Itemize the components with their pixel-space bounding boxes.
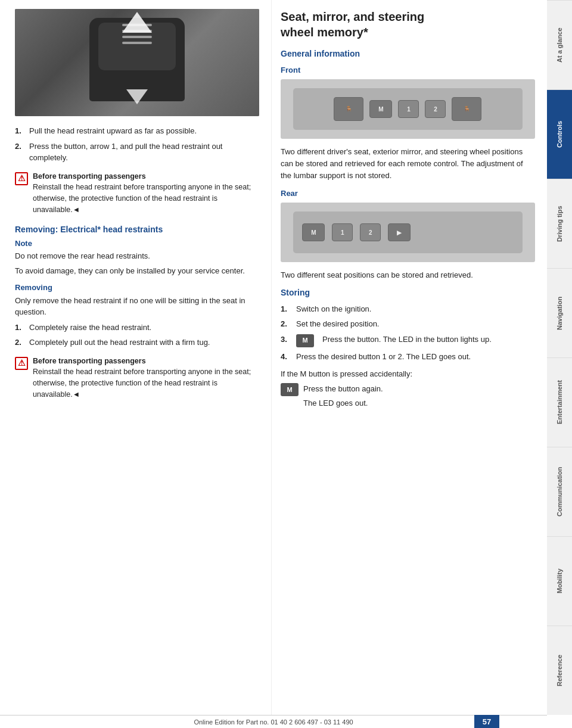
conditional-step-2: The LED goes out. [281,399,535,407]
list-item: 3. M Press the button. The LED in the bu… [281,334,535,347]
warning-icon: ⚠ [15,172,28,185]
removing-electrical-heading: Removing: Electrical* head restraints [15,225,259,234]
sidebar-item-at-a-glance[interactable]: At a glance [547,0,572,89]
warning-box-2: ⚠ Before transporting passengers Reinsta… [15,356,259,400]
list-item: 1. Pull the head restraint upward as far… [15,125,259,137]
m-badge-conditional: M [281,383,299,396]
warning-box-1: ⚠ Before transporting passengers Reinsta… [15,171,259,216]
rear-control-panel: M 1 2 ▶ [281,203,535,262]
page-number: 57 [474,715,499,728]
sidebar: At a glance Controls Driving tips Naviga… [547,0,572,715]
storing-steps-list: 1. Switch on the ignition. 2. Set the de… [281,303,535,363]
note-title: Note [15,239,259,248]
rear-heading: Rear [281,189,535,198]
right-column: Seat, mirror, and steeringwheel memory* … [271,0,547,715]
sidebar-item-communication[interactable]: Communication [547,447,572,536]
seat-icon-left: 🪑 [334,97,363,121]
front-heading: Front [281,66,535,74]
note-text-1: Do not remove the rear head restraints. [15,250,259,262]
button-2-rear: 2 [360,223,381,241]
warning-icon-2: ⚠ [15,357,28,370]
sidebar-item-controls[interactable]: Controls [547,89,572,179]
sidebar-item-entertainment[interactable]: Entertainment [547,357,572,447]
note-box: Note Do not remove the rear head restrai… [15,239,259,277]
sidebar-item-driving-tips[interactable]: Driving tips [547,179,572,268]
initial-steps: 1. Pull the head restraint upward as far… [15,125,259,164]
page-title: Seat, mirror, and steeringwheel memory* [281,9,535,40]
sidebar-item-navigation[interactable]: Navigation [547,268,572,357]
list-item: 2. Completely pull out the head restrain… [15,337,259,349]
sidebar-item-mobility[interactable]: Mobility [547,536,572,626]
list-item: 1. Completely raise the head restraint. [15,322,259,334]
list-item: 4. Press the desired button 1 or 2. The … [281,351,535,363]
storing-heading: Storing [281,288,535,297]
footer-text: Online Edition for Part no. 01 40 2 606 … [194,718,353,726]
arrow-button-rear: ▶ [388,223,411,241]
main-content: 1. Pull the head restraint upward as far… [0,0,547,715]
rear-description: Two different seat positions can be stor… [281,269,535,281]
general-info-heading: General information [281,49,535,58]
list-item: 1. Switch on the ignition. [281,303,535,315]
arrow-down-icon [126,89,148,104]
headrest-image [15,9,259,116]
removing-intro: Only remove the head restraint if no one… [15,295,259,318]
button-1-front: 1 [398,100,419,118]
m-badge: M [296,334,314,347]
m-button-rear: M [302,223,325,241]
list-item: 2. Set the desired position. [281,318,535,330]
note-text-2: To avoid damage, they can only be instal… [15,265,259,277]
front-control-panel: 🪑 M 1 2 🪑 [281,79,535,139]
m-button-front: M [369,100,392,118]
left-column: 1. Pull the head restraint upward as far… [0,0,271,715]
removing-steps: 1. Completely raise the head restraint. … [15,322,259,349]
seat-icon-right: 🪑 [452,97,481,121]
headrest-stripes [122,24,152,44]
button-1-rear: 1 [332,223,353,241]
list-item: 2. Press the button, arrow 1, and pull t… [15,141,259,164]
front-description: Two different driver's seat, exterior mi… [281,146,535,182]
button-2-front: 2 [425,100,446,118]
footer: Online Edition for Part no. 01 40 2 606 … [0,715,547,728]
conditional-step-1: M Press the button again. [281,382,535,396]
conditional-title: If the M button is pressed accidentally: [281,368,535,380]
sidebar-item-reference[interactable]: Reference [547,626,572,715]
removing-subheading: Removing [15,283,259,292]
